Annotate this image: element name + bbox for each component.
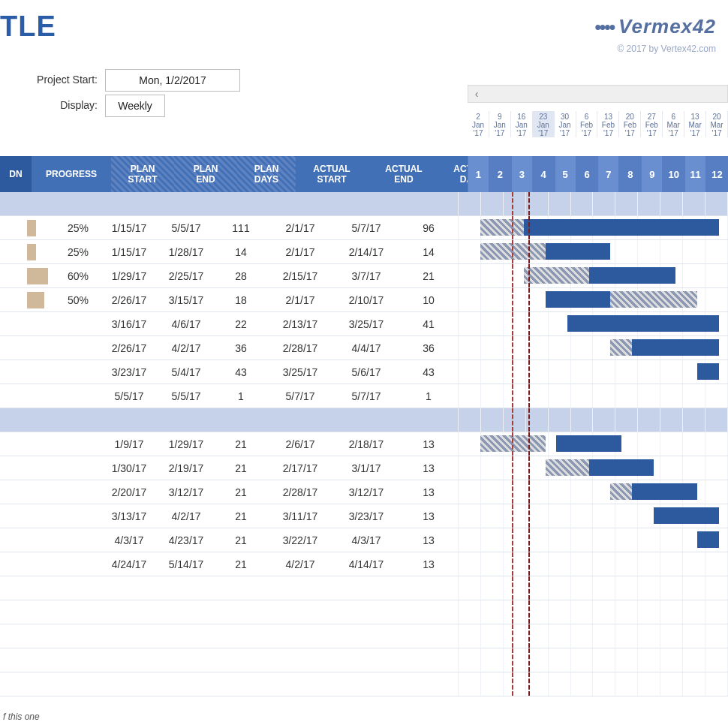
task-row: 5/5/175/5/1715/7/175/7/171 — [0, 384, 728, 408]
week-number-header: 123456789101112 — [468, 156, 728, 192]
actual-start-cell: 2/13/17 — [267, 312, 333, 335]
today-line — [512, 504, 513, 528]
horizontal-scroll[interactable]: ‹ — [468, 85, 728, 103]
actual-bar — [589, 267, 676, 284]
cell — [26, 624, 101, 648]
cell — [215, 624, 267, 648]
gantt-cell — [458, 336, 728, 359]
page-title: TLE — [0, 11, 56, 43]
cell — [0, 240, 26, 263]
actual-end-cell: 2/14/17 — [333, 240, 399, 263]
gantt-cell — [458, 360, 728, 384]
progress-bar — [27, 268, 48, 284]
scroll-left-icon[interactable]: ‹ — [468, 88, 485, 100]
cell — [399, 192, 458, 215]
cell — [26, 384, 101, 408]
cell — [101, 192, 158, 215]
actual-start-cell: 2/6/17 — [267, 432, 333, 456]
cell — [0, 672, 26, 696]
actual-end-cell: 3/23/17 — [333, 504, 399, 528]
cell — [101, 600, 158, 624]
week-number: 3 — [511, 156, 533, 192]
actual-days-cell: 36 — [399, 336, 458, 359]
cell — [267, 192, 333, 215]
gantt-cell — [458, 576, 728, 600]
actual-end-cell: 3/7/17 — [333, 264, 399, 287]
gantt-cell — [458, 480, 728, 504]
cell — [158, 408, 215, 432]
actual-start-cell: 2/1/17 — [267, 216, 333, 239]
plan-days-cell: 21 — [215, 432, 267, 456]
actual-days-cell: 1 — [399, 384, 458, 408]
project-start-input[interactable]: Mon, 1/2/2017 — [105, 69, 240, 92]
actual-end-cell: 5/7/17 — [333, 384, 399, 408]
gantt-cell — [458, 504, 728, 528]
today-line — [512, 600, 513, 624]
actual-end-cell: 3/25/17 — [333, 312, 399, 335]
plan-end-cell: 3/12/17 — [158, 480, 215, 504]
cell — [267, 624, 333, 648]
cell: 25% — [26, 216, 101, 239]
cell — [26, 360, 101, 384]
task-row — [0, 648, 728, 672]
week-date: 30Jan'17 — [555, 111, 576, 137]
gantt-grid: 25%1/15/175/5/171112/1/175/7/179625%1/15… — [0, 192, 728, 696]
actual-end-cell: 4/4/17 — [333, 336, 399, 359]
cell — [267, 408, 333, 432]
week-number: 6 — [576, 156, 598, 192]
week-number: 1 — [468, 156, 489, 192]
week-date: 6Feb'17 — [576, 111, 598, 137]
week-date: 13Mar'17 — [684, 111, 706, 137]
plan-start-cell: 2/26/17 — [101, 336, 158, 359]
task-row: 2/26/174/2/17362/28/174/4/1736 — [0, 336, 728, 360]
actual-bar — [546, 243, 611, 260]
display-input[interactable]: Weekly — [105, 95, 165, 117]
actual-days-cell: 13 — [399, 552, 458, 576]
today-line — [528, 336, 530, 359]
actual-start-cell: 3/25/17 — [267, 360, 333, 384]
cell — [101, 648, 158, 672]
actual-days-cell: 41 — [399, 312, 458, 335]
plan-start-cell: 3/16/17 — [101, 312, 158, 335]
gantt-cell — [458, 408, 728, 432]
col-header-plan_start: PLANSTART — [111, 156, 174, 192]
plan-end-cell: 1/28/17 — [158, 240, 215, 263]
cell — [399, 600, 458, 624]
plan-start-cell: 3/23/17 — [101, 360, 158, 384]
cell — [0, 192, 26, 215]
cell — [333, 600, 399, 624]
gantt-cell — [458, 552, 728, 576]
plan-days-cell: 21 — [215, 552, 267, 576]
actual-start-cell: 2/15/17 — [267, 264, 333, 287]
cell — [333, 648, 399, 672]
week-number: 8 — [619, 156, 641, 192]
col-header-progress: PROGRESS — [32, 156, 111, 192]
gantt-cell — [458, 624, 728, 648]
cell — [0, 408, 26, 432]
cell — [158, 624, 215, 648]
actual-days-cell: 96 — [399, 216, 458, 239]
today-line — [528, 408, 530, 432]
gantt-cell — [458, 240, 728, 263]
brand-text: Verтex42 — [618, 15, 716, 38]
cell — [158, 576, 215, 600]
brand-logo: ••••Verтex42 — [594, 15, 716, 38]
actual-start-cell: 2/1/17 — [267, 288, 333, 311]
cell — [0, 552, 26, 576]
cell — [158, 648, 215, 672]
task-row: 25%1/15/171/28/17142/1/172/14/1714 — [0, 240, 728, 264]
plan-start-cell: 3/13/17 — [101, 504, 158, 528]
cell — [399, 672, 458, 696]
today-line — [528, 672, 530, 696]
cell — [267, 600, 333, 624]
today-line — [528, 288, 530, 311]
cell — [0, 384, 26, 408]
cell — [158, 192, 215, 215]
today-line — [528, 648, 530, 672]
cell — [0, 264, 26, 287]
gantt-cell — [458, 192, 728, 215]
cell — [0, 480, 26, 504]
actual-days-cell: 14 — [399, 240, 458, 263]
actual-end-cell: 2/18/17 — [333, 432, 399, 456]
display-label: Display: — [20, 95, 102, 117]
